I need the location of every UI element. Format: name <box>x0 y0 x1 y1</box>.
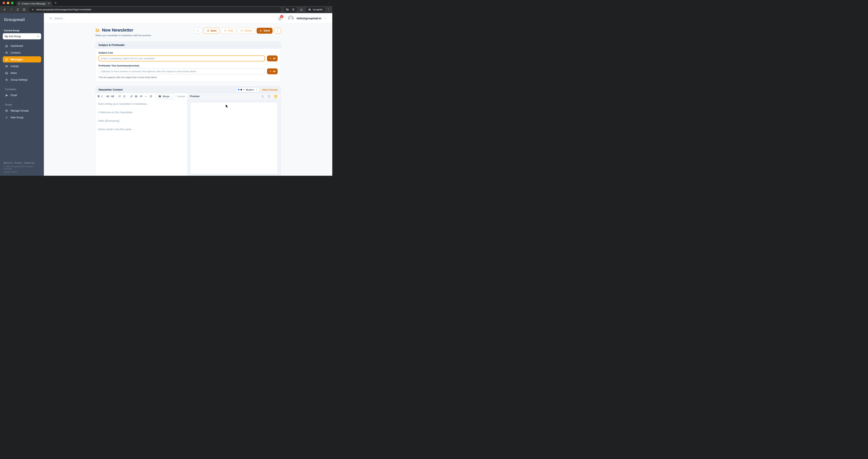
sidebar-item-label: Dashboard <box>10 44 23 47</box>
eye-off-icon[interactable] <box>286 8 289 11</box>
template-select[interactable]: Modern <box>236 87 259 92</box>
preheader-input[interactable] <box>98 68 265 74</box>
heading1-button[interactable]: H1 <box>106 95 109 98</box>
footer-link-contact[interactable]: Contact Us <box>24 162 35 164</box>
address-bar[interactable]: nemo.groupmail.io/messages/new?type=news… <box>29 7 281 12</box>
send-button[interactable]: Send <box>257 28 273 34</box>
test-button[interactable]: Test <box>221 28 236 34</box>
back-button[interactable] <box>194 28 202 34</box>
sidebar-item-dashboard[interactable]: Dashboard <box>3 43 41 49</box>
italic-button[interactable]: I <box>101 95 102 98</box>
tab-favicon: G <box>18 2 20 5</box>
sidebar-item-label: Email <box>10 94 17 97</box>
download-icon[interactable] <box>300 8 303 11</box>
account-chevron-down-icon[interactable] <box>324 17 327 20</box>
minimize-window-button[interactable] <box>7 2 9 4</box>
check-button[interactable]: Check <box>238 28 255 34</box>
sidebar-item-label: Messages <box>10 58 23 61</box>
preview-panel: Preview <box>187 93 281 176</box>
browser-tab[interactable]: G Create a new Message ✕ <box>17 1 52 6</box>
tab-search-chevron-icon[interactable] <box>328 2 330 4</box>
check-label: Check <box>245 29 252 32</box>
hide-preview-link[interactable]: Hide Preview <box>262 89 278 91</box>
preheader-ai-button[interactable]: AI <box>267 68 278 74</box>
group-select[interactable]: My 2nd Group <box>3 33 41 39</box>
sidebar-item-label: Manage Groups <box>10 109 29 112</box>
markdown-editor[interactable]: Start writing your newsletter in markdow… <box>96 100 187 139</box>
search-input[interactable] <box>54 17 117 20</box>
save-icon <box>207 29 209 32</box>
template-select-value: Modern <box>246 89 254 91</box>
subject-line-input[interactable] <box>98 56 265 61</box>
merge-fields-button[interactable]: Merge <box>156 94 175 99</box>
sidebar-item-contacts[interactable]: Contacts <box>3 50 41 56</box>
side-panel-icon[interactable] <box>21 7 27 12</box>
maximize-window-button[interactable] <box>11 2 13 4</box>
send-label: Send <box>264 29 270 32</box>
avatar[interactable] <box>288 15 294 21</box>
more-actions-button[interactable] <box>274 28 281 34</box>
documents-icon <box>5 58 8 61</box>
tab-close-icon[interactable]: ✕ <box>48 2 51 5</box>
url-text[interactable]: nemo.groupmail.io/messages/new?type=news… <box>36 8 92 11</box>
group-select-value: My 2nd Group <box>5 35 37 38</box>
editor-placeholder-line: Start writing your newsletter in markdow… <box>98 102 185 105</box>
footer-link-privacy[interactable]: Privacy <box>14 162 22 164</box>
incognito-label: Incognito <box>313 8 323 11</box>
subject-ai-button[interactable]: AI <box>267 56 278 61</box>
footer-link-about[interactable]: About Us <box>3 162 12 164</box>
search-box[interactable] <box>50 17 117 20</box>
save-button[interactable]: Save <box>204 28 219 34</box>
forward-icon[interactable] <box>8 7 14 12</box>
window-controls[interactable] <box>3 2 13 4</box>
address-chip <box>283 7 297 12</box>
bookmark-star-icon[interactable] <box>291 8 295 11</box>
reload-icon[interactable] <box>15 7 20 12</box>
mobile-preview-button[interactable] <box>260 94 265 99</box>
browser-menu-icon[interactable] <box>327 8 330 11</box>
subject-line-label: Subject Line <box>98 52 278 54</box>
sidebar-item-messages[interactable]: Messages <box>3 56 41 62</box>
select-updown-icon <box>255 89 258 91</box>
people-icon <box>5 51 8 55</box>
notifications-button[interactable]: 4 <box>278 16 282 20</box>
desktop-preview-button[interactable] <box>273 94 278 99</box>
template-dot-dark <box>241 89 242 90</box>
account-email[interactable]: hello@groupmail.io <box>297 17 321 20</box>
template-dot-gray <box>243 89 245 90</box>
sidebar-item-activity[interactable]: Activity <box>3 63 41 69</box>
toolbar-divider <box>128 95 128 98</box>
content-card-title: Newsletter Content <box>98 88 123 91</box>
template-dot-blue <box>238 89 240 90</box>
sidebar-item-manage-groups[interactable]: Manage Groups <box>3 107 41 114</box>
horizontal-rule-button[interactable] <box>145 95 148 98</box>
image-button[interactable] <box>135 95 138 98</box>
contact-card-icon <box>158 95 161 98</box>
sidebar-item-label: Activity <box>10 65 19 68</box>
heading2-button[interactable]: H2 <box>111 95 114 98</box>
editor-toolbar: B I H1 H2 <box>96 93 187 100</box>
home-icon <box>5 44 8 47</box>
numbered-list-button[interactable] <box>123 95 126 98</box>
site-settings-icon[interactable] <box>31 7 35 12</box>
tablet-preview-button[interactable] <box>267 94 272 99</box>
quote-button[interactable] <box>140 95 143 98</box>
bullet-list-button[interactable] <box>118 95 121 98</box>
sidebar-item-group-settings[interactable]: Group Settings <box>3 77 41 83</box>
version-text: version: 0.26.0 <box>3 171 41 173</box>
campaigns-section-label: Campaigns <box>5 88 41 90</box>
back-icon[interactable] <box>2 7 8 12</box>
sidebar-item-label: Contacts <box>10 51 21 54</box>
sparkles-icon <box>269 57 272 60</box>
emoji-button[interactable] <box>149 95 152 98</box>
plus-icon <box>5 116 8 119</box>
new-tab-button[interactable]: + <box>55 1 57 5</box>
sidebar-item-label: Group Settings <box>10 78 28 81</box>
sidebar-item-email[interactable]: Email <box>3 92 41 98</box>
link-button[interactable] <box>130 95 133 98</box>
sidebar-item-inbox[interactable]: Inbox <box>3 70 41 76</box>
close-window-button[interactable] <box>3 2 5 4</box>
sidebar-item-new-group[interactable]: New Group <box>3 114 41 121</box>
bold-button[interactable]: B <box>98 95 100 98</box>
preheader-label: PreHeader Text (summary/preview) <box>98 64 278 67</box>
